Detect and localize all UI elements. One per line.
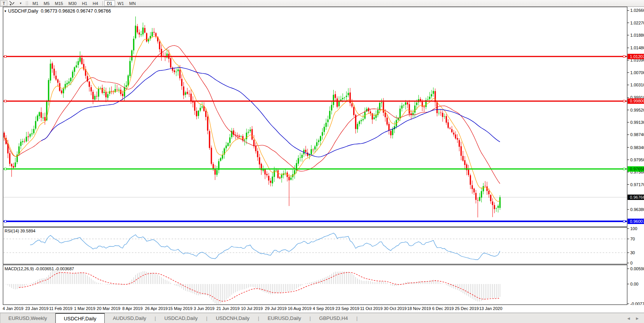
- timeframe-button-mn[interactable]: MN: [127, 0, 138, 6]
- date-tick-label: 23 Sep 2019: [336, 306, 359, 311]
- hline-handle[interactable]: [623, 100, 625, 102]
- candle-body: [379, 103, 380, 110]
- candle-body: [485, 186, 486, 186]
- hline-handle[interactable]: [623, 55, 625, 57]
- candle-body: [188, 94, 190, 94]
- candle-body: [300, 157, 301, 158]
- date-tick-label: 3 Jun 2019: [194, 306, 214, 311]
- candle-body: [461, 146, 462, 156]
- tab-gbpusd-h4[interactable]: GBPUSD,H4: [311, 313, 356, 323]
- price-tick-label: 1.01880: [630, 33, 644, 37]
- candle-body: [464, 160, 465, 165]
- candle-body: [479, 197, 480, 201]
- timeframe-button-m15[interactable]: M15: [52, 0, 66, 6]
- candle-body: [285, 173, 286, 173]
- price-axis-bg: [628, 7, 644, 305]
- candle-body: [153, 32, 154, 33]
- timeframe-button-h1[interactable]: H1: [79, 0, 90, 6]
- tab-scroll-left-icon[interactable]: ◀: [627, 317, 630, 320]
- price-tick-label: 0.99520: [630, 108, 644, 112]
- timeframe-button-h4[interactable]: H4: [90, 0, 101, 6]
- tab-audusd-daily[interactable]: AUDUSD,Daily: [105, 313, 154, 323]
- candle-body: [427, 99, 428, 99]
- date-tick-label: 15 May 2019: [168, 306, 193, 311]
- macd-main-value: -0.003651: [35, 266, 54, 271]
- candle-body: [440, 112, 441, 113]
- candle-body: [200, 108, 201, 110]
- chart-canvas[interactable]: 1.026601.022701.018801.014801.010901.007…: [0, 6, 644, 305]
- price-tick-label: 0.98740: [630, 132, 644, 137]
- candle-body: [429, 97, 430, 99]
- candle-body: [388, 124, 389, 131]
- candle-body: [41, 112, 42, 118]
- timeframe-button-m1[interactable]: M1: [30, 0, 41, 6]
- candle-body: [248, 132, 249, 133]
- hline-handle[interactable]: [623, 168, 625, 170]
- tab-usdchf-daily[interactable]: USDCHF,Daily: [55, 313, 105, 323]
- price-axis[interactable]: 1.026601.022701.018801.014801.010901.007…: [627, 7, 644, 305]
- arrow-objects-icon: [9, 1, 15, 6]
- candle-body: [129, 61, 130, 76]
- candle-body: [431, 94, 432, 96]
- candle-body: [438, 113, 440, 113]
- candle-body: [52, 63, 53, 69]
- candle-body: [3, 133, 5, 137]
- candle-body: [322, 132, 323, 136]
- candle-body: [179, 70, 180, 78]
- rsi-label: RSI(14) 39.5894: [5, 229, 36, 233]
- candle-body: [362, 119, 363, 120]
- candle-body: [142, 28, 143, 34]
- tab-usdcnh-daily[interactable]: USDCNH,Daily: [208, 313, 258, 323]
- timeframe-button-w1[interactable]: W1: [115, 0, 127, 6]
- time-axis[interactable]: 4 Jan 201923 Jan 201911 Feb 20191 Mar 20…: [0, 305, 627, 313]
- candle-body: [104, 92, 105, 93]
- text-tool-button[interactable]: T: [0, 0, 7, 6]
- candle-body: [477, 200, 478, 201]
- price-tick-label: 1.00310: [630, 83, 644, 87]
- candle-body: [175, 71, 177, 72]
- tab-eurusd-weekly[interactable]: EURUSD,Weekly: [0, 313, 55, 323]
- candle-body: [331, 105, 332, 110]
- candle-body: [496, 208, 497, 209]
- candle-body: [54, 69, 55, 76]
- candle-body: [290, 178, 292, 180]
- candle-body: [253, 140, 255, 146]
- timeframe-button-d1[interactable]: D1: [104, 0, 115, 6]
- tab-eurusd-daily[interactable]: EURUSD,Daily: [260, 313, 309, 323]
- timeframe-button-m5[interactable]: M5: [41, 0, 52, 6]
- date-tick-label: 18 Nov 2019: [407, 306, 431, 311]
- candle-body: [470, 175, 471, 185]
- candle-body: [399, 109, 401, 118]
- candle-body: [29, 134, 31, 137]
- hline-handle[interactable]: [5, 100, 6, 102]
- candle-body: [144, 28, 145, 32]
- hline-handle[interactable]: [5, 220, 6, 222]
- candle-body: [28, 136, 29, 137]
- candle-body: [494, 205, 495, 209]
- candle-body: [373, 117, 375, 119]
- hline-handle[interactable]: [5, 168, 6, 170]
- candle-body: [55, 76, 57, 80]
- candle-body: [78, 61, 79, 65]
- macd-panel[interactable]: [3, 265, 627, 305]
- chart-tab-bar: EURUSD,WeeklyUSDCHF,DailyAUDUSD,Daily|US…: [0, 313, 644, 323]
- rsi-panel[interactable]: [3, 227, 627, 264]
- hline-handle[interactable]: [623, 220, 625, 222]
- arrow-objects-button[interactable]: [8, 0, 16, 6]
- candle-body: [255, 146, 256, 151]
- tab-scroll-right-icon[interactable]: ▶: [636, 317, 639, 320]
- tools-dropdown-button[interactable]: ▼: [17, 0, 24, 6]
- timeframe-button-m30[interactable]: M30: [66, 0, 79, 6]
- collapse-marker-icon[interactable]: ▼: [4, 10, 7, 13]
- hline-support-blue[interactable]: [3, 220, 627, 222]
- toolbar-grip[interactable]: [26, 1, 28, 5]
- candle-body: [444, 116, 445, 117]
- date-tick-label: 21 Jun 2019: [216, 306, 240, 311]
- candle-body: [190, 94, 191, 101]
- hline-handle[interactable]: [5, 55, 6, 57]
- candle-body: [213, 164, 214, 169]
- main-panel[interactable]: [3, 7, 627, 227]
- candle-body: [259, 157, 260, 165]
- tab-usdcad-daily[interactable]: USDCAD,Daily: [156, 313, 206, 323]
- candle-body: [311, 149, 312, 154]
